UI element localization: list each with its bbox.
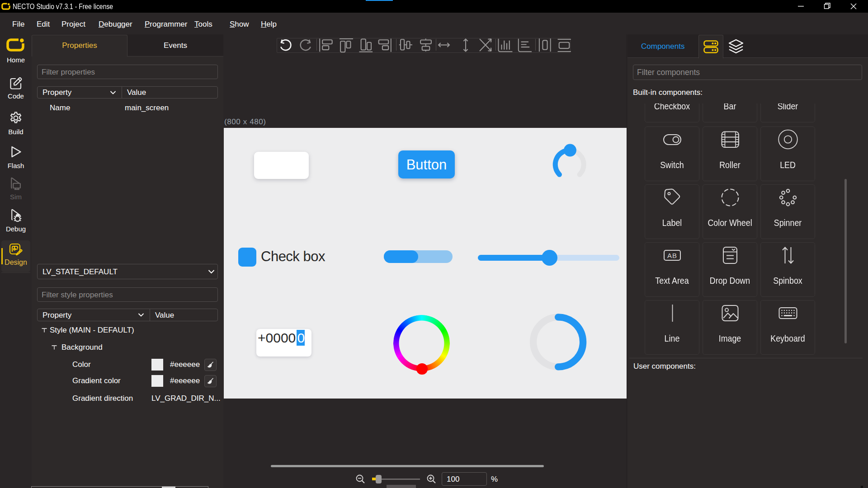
svg-text:AB: AB <box>667 251 677 259</box>
